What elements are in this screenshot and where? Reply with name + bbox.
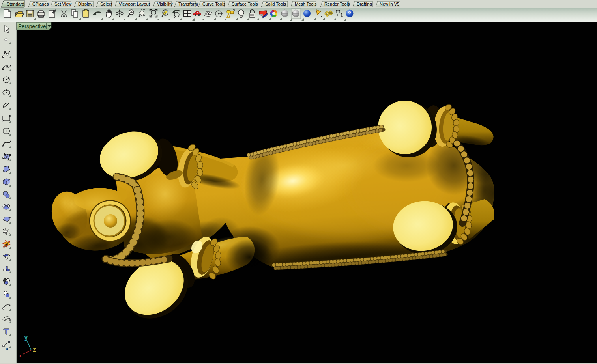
svg-text:Select: Select	[100, 2, 112, 6]
svg-text:Transform: Transform	[178, 2, 198, 6]
svg-text:Display: Display	[78, 2, 93, 6]
svg-text:Standard: Standard	[7, 2, 24, 6]
svg-text:Render Tools: Render Tools	[324, 2, 350, 6]
svg-text:Perspective: Perspective	[18, 23, 46, 29]
svg-text:CPlanes: CPlanes	[32, 2, 49, 6]
svg-text:Drafting: Drafting	[357, 2, 372, 6]
svg-text:Surface Tools: Surface Tools	[232, 2, 258, 6]
svg-text:Solid Tools: Solid Tools	[265, 2, 286, 6]
svg-text:Mesh Tools: Mesh Tools	[295, 2, 317, 6]
svg-text:?: ?	[348, 10, 352, 17]
svg-text:Viewport Layout: Viewport Layout	[119, 2, 150, 6]
svg-text:Set View: Set View	[54, 2, 71, 6]
svg-text:Visibility: Visibility	[157, 2, 173, 6]
svg-text:Curve Tools: Curve Tools	[202, 2, 225, 6]
svg-text:Z: Z	[33, 347, 36, 353]
svg-text:y: y	[24, 334, 28, 341]
svg-text:x: x	[19, 353, 22, 358]
svg-text:New in V5: New in V5	[380, 2, 399, 6]
svg-text:»: »	[5, 345, 8, 352]
